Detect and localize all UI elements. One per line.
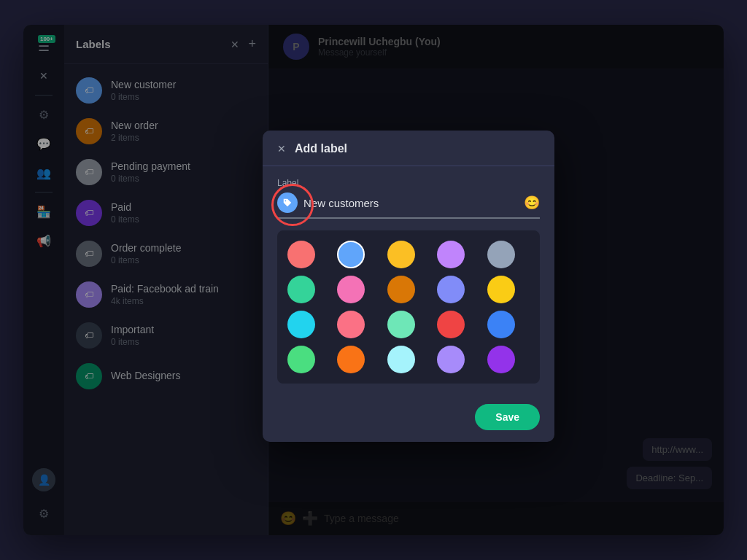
- save-button[interactable]: Save: [475, 404, 540, 430]
- selected-color-dot[interactable]: [277, 192, 298, 213]
- color-swatch[interactable]: [487, 311, 515, 338]
- dialog-footer: Save: [263, 395, 554, 442]
- color-grid: [287, 241, 530, 373]
- tag-icon: [282, 198, 293, 208]
- color-swatch[interactable]: [337, 346, 365, 373]
- label-name-input[interactable]: [303, 197, 518, 209]
- field-input-row: 😊: [277, 192, 540, 219]
- color-swatch[interactable]: [487, 276, 515, 303]
- dialog-header: ✕ Add label: [263, 131, 554, 166]
- dialog-body: Label 😊: [263, 166, 554, 395]
- color-swatch[interactable]: [487, 346, 515, 373]
- field-label: Label: [277, 178, 540, 188]
- color-grid-container: [277, 230, 540, 384]
- dialog-close-btn[interactable]: ✕: [277, 143, 286, 155]
- color-swatch[interactable]: [487, 241, 515, 268]
- color-swatch[interactable]: [437, 276, 465, 303]
- color-swatch[interactable]: [287, 346, 315, 373]
- color-swatch[interactable]: [337, 276, 365, 303]
- color-swatch[interactable]: [337, 311, 365, 338]
- color-swatch[interactable]: [337, 241, 365, 268]
- color-swatch[interactable]: [287, 276, 315, 303]
- color-swatch[interactable]: [387, 276, 415, 303]
- color-swatch[interactable]: [387, 241, 415, 268]
- color-swatch[interactable]: [387, 311, 415, 338]
- color-swatch[interactable]: [437, 241, 465, 268]
- color-swatch[interactable]: [437, 346, 465, 373]
- dialog-title: Add label: [295, 142, 347, 155]
- color-swatch[interactable]: [387, 346, 415, 373]
- emoji-picker-btn[interactable]: 😊: [524, 195, 540, 211]
- add-label-dialog: ✕ Add label Label 😊: [263, 131, 554, 442]
- color-swatch[interactable]: [437, 311, 465, 338]
- app-window: ☰ 100+ ✕ ⚙ 💬 👥 🏪 📢 👤 ⚙ La: [23, 25, 724, 535]
- color-swatch[interactable]: [287, 311, 315, 338]
- color-swatch[interactable]: [287, 241, 315, 268]
